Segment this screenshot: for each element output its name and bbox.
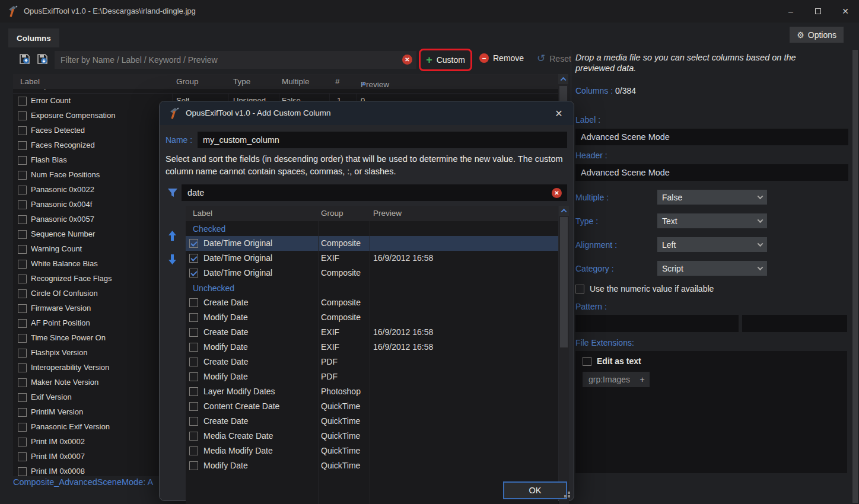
row-checkbox[interactable] [18, 126, 27, 135]
row-checkbox[interactable] [18, 438, 27, 446]
row-checkbox[interactable] [18, 349, 27, 358]
clear-filter-icon[interactable]: ✕ [402, 55, 412, 65]
remove-column-button[interactable]: – Remove [479, 53, 524, 63]
move-down-icon[interactable] [168, 254, 177, 264]
fields-scrollbar-thumb[interactable] [560, 217, 568, 347]
move-up-icon[interactable] [168, 231, 177, 241]
row-checkbox[interactable] [18, 452, 27, 461]
ok-button[interactable]: OK [503, 481, 567, 499]
fields-scroll-up-icon[interactable] [559, 206, 569, 216]
row-checkbox[interactable] [18, 111, 27, 120]
field-header-preview[interactable]: Preview [373, 209, 402, 218]
category-select[interactable]: Script [657, 261, 767, 276]
row-checkbox[interactable] [18, 408, 27, 417]
field-checkbox[interactable] [189, 446, 198, 455]
field-checkbox[interactable] [189, 432, 198, 441]
field-checkbox[interactable] [189, 343, 198, 352]
field-row[interactable]: Create DateQuickTime [186, 414, 558, 429]
col-header-group[interactable]: Group [176, 77, 199, 86]
label-field-input[interactable] [575, 129, 848, 145]
type-select[interactable]: Text [657, 213, 767, 228]
field-row[interactable]: Content Create DateQuickTime [186, 399, 558, 414]
custom-column-name-input[interactable] [198, 132, 567, 148]
row-checkbox[interactable] [18, 230, 27, 239]
options-button[interactable]: ⚙ Options [790, 27, 844, 43]
row-checkbox[interactable] [18, 363, 27, 372]
header-field-input[interactable] [575, 164, 848, 181]
field-row[interactable]: Date/Time OriginalComposite [186, 266, 558, 280]
field-header-label[interactable]: Label [193, 209, 212, 218]
field-filter-input[interactable] [182, 184, 567, 201]
field-checkbox[interactable] [189, 328, 198, 337]
field-header-group[interactable]: Group [321, 209, 343, 218]
field-checkbox[interactable] [189, 387, 198, 396]
tab-columns[interactable]: Columns [8, 28, 59, 47]
field-row[interactable]: Create DatePDF [186, 355, 558, 369]
resize-grip[interactable] [563, 490, 570, 497]
field-row[interactable]: Layer Modify DatesPhotoshop [186, 384, 558, 399]
col-header-type[interactable]: Type [233, 77, 250, 86]
add-custom-column-button[interactable]: + Custom [426, 55, 465, 65]
numeric-value-checkbox[interactable] [575, 285, 584, 294]
edit-as-text-checkbox[interactable] [583, 357, 591, 366]
columns-filter-input[interactable] [55, 51, 416, 69]
minimize-button[interactable]: – [777, 0, 804, 23]
field-row[interactable]: Media Modify DateQuickTime [186, 444, 558, 458]
row-checkbox[interactable] [18, 467, 27, 476]
row-checkbox[interactable] [18, 378, 27, 387]
dialog-close-icon[interactable]: ✕ [551, 106, 567, 120]
row-checkbox[interactable] [18, 304, 27, 313]
field-checkbox[interactable] [189, 372, 198, 381]
row-checkbox[interactable] [18, 319, 27, 328]
field-row[interactable]: Modify DateComposite [186, 310, 558, 325]
pattern-input-1[interactable] [575, 315, 739, 332]
col-header-label[interactable]: Label [20, 77, 40, 86]
row-checkbox[interactable] [18, 260, 27, 269]
row-checkbox[interactable] [18, 200, 27, 209]
row-checkbox[interactable] [18, 215, 27, 224]
field-row[interactable]: Modify DateEXIF16/9/2012 16:58 [186, 340, 558, 355]
add-extension-button[interactable]: + [635, 372, 650, 387]
field-checkbox[interactable] [189, 298, 198, 307]
field-checkbox[interactable] [189, 358, 198, 366]
field-row[interactable]: Date/Time OriginalEXIF16/9/2012 16:58 [186, 251, 558, 266]
reset-columns-button[interactable]: ↺ Reset [537, 53, 571, 63]
field-row[interactable]: Modify DatePDF [186, 369, 558, 384]
row-checkbox[interactable] [18, 275, 27, 283]
alignment-select[interactable]: Left [657, 237, 767, 252]
pattern-input-2[interactable] [742, 315, 847, 332]
field-row[interactable]: Create DateEXIF16/9/2012 16:58 [186, 325, 558, 340]
scroll-up-icon[interactable] [558, 74, 568, 84]
field-row[interactable]: Modify DateQuickTime [186, 458, 558, 473]
row-checkbox[interactable] [18, 141, 27, 150]
field-checkbox[interactable] [189, 417, 198, 426]
right-panel-scrollbar[interactable] [852, 50, 858, 503]
row-checkbox[interactable] [18, 393, 27, 402]
field-checkbox[interactable] [189, 254, 198, 263]
maximize-button[interactable] [804, 0, 832, 23]
col-header-count[interactable]: # [335, 77, 340, 86]
row-checkbox[interactable] [18, 186, 27, 194]
field-checkbox[interactable] [189, 402, 198, 411]
save-columns-icon[interactable] [20, 54, 30, 64]
close-button[interactable]: ✕ [832, 0, 859, 23]
field-checkbox[interactable] [189, 461, 198, 470]
field-checkbox[interactable] [189, 239, 198, 248]
col-header-multiple[interactable]: Multiple [282, 77, 310, 86]
field-row[interactable]: Media Create DateQuickTime [186, 429, 558, 444]
field-row[interactable]: Date/Time OriginalComposite [186, 236, 558, 251]
field-checkbox[interactable] [189, 269, 198, 277]
load-columns-icon[interactable] [37, 54, 47, 64]
row-checkbox[interactable] [18, 156, 27, 165]
row-checkbox[interactable] [18, 334, 27, 343]
row-checkbox[interactable] [18, 171, 27, 180]
fields-scrollbar[interactable] [559, 206, 569, 504]
clear-field-filter-icon[interactable]: ✕ [552, 188, 562, 198]
field-row[interactable]: Create DateComposite [186, 295, 558, 310]
row-checkbox[interactable] [18, 289, 27, 298]
row-checkbox[interactable] [18, 245, 27, 254]
row-checkbox[interactable] [18, 97, 27, 106]
multiple-select[interactable]: False [657, 190, 767, 205]
row-checkbox[interactable] [18, 423, 27, 432]
field-checkbox[interactable] [189, 313, 198, 322]
